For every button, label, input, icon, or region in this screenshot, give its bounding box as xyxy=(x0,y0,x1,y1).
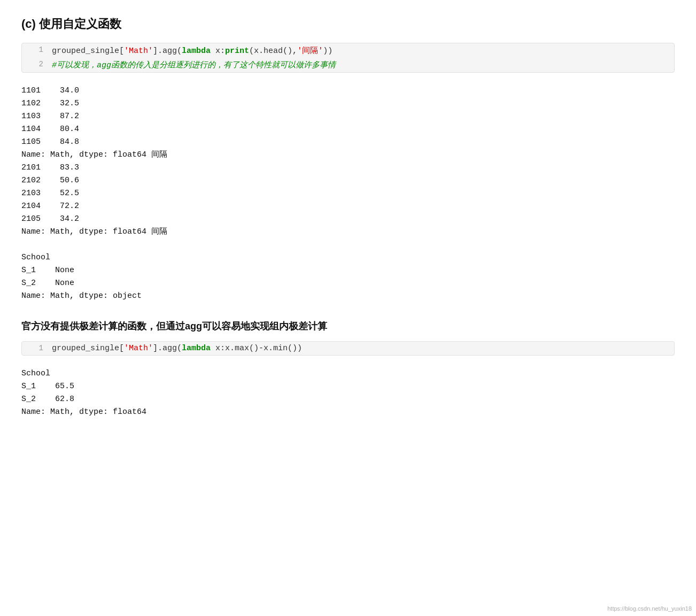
output-block-1: 1101 34.0 1102 32.5 1103 87.2 1104 80.4 … xyxy=(21,82,675,305)
section-desc-2: 官方没有提供极差计算的函数，但通过agg可以容易地实现组内极差计算 xyxy=(21,320,675,333)
line-number-2: 2 xyxy=(28,60,43,68)
line-number-1: 1 xyxy=(28,45,43,54)
code-string-jiange: '间隔' xyxy=(297,47,323,56)
line-number-3: 1 xyxy=(28,344,43,352)
code-kw-lambda-1: lambda xyxy=(182,47,211,56)
code-line-1: 1 grouped_single['Math'].agg(lambda x:pr… xyxy=(22,43,674,58)
code-plain: x:x.max()-x.min()) xyxy=(211,344,302,353)
code-plain: grouped_single[ xyxy=(52,344,124,353)
code-plain: ].agg( xyxy=(153,47,182,56)
code-text-1: grouped_single['Math'].agg(lambda x:prin… xyxy=(52,45,332,56)
code-comment-1: #可以发现，agg函数的传入是分组逐列进行的，有了这个特性就可以做许多事情 xyxy=(52,60,336,70)
code-string-math-2: 'Math' xyxy=(124,344,153,353)
code-block-2: 1 grouped_single['Math'].agg(lambda x:x.… xyxy=(21,341,675,356)
code-text-2: grouped_single['Math'].agg(lambda x:x.ma… xyxy=(52,344,302,353)
code-line-2: 2 #可以发现，agg函数的传入是分组逐列进行的，有了这个特性就可以做许多事情 xyxy=(22,58,674,72)
code-kw-print: print xyxy=(225,47,249,56)
code-block-1: 1 grouped_single['Math'].agg(lambda x:pr… xyxy=(21,43,675,73)
code-plain: ].agg( xyxy=(153,344,182,353)
code-plain: (x.head(), xyxy=(249,47,297,56)
code-string-math-1: 'Math' xyxy=(124,47,153,56)
section-c-container: (c) 使用自定义函数 1 grouped_single['Math'].agg… xyxy=(21,16,675,421)
code-plain: grouped_single[ xyxy=(52,47,124,56)
section-c-title: (c) 使用自定义函数 xyxy=(21,16,675,32)
code-plain: )) xyxy=(323,47,332,56)
code-plain: x: xyxy=(211,47,225,56)
code-line-3: 1 grouped_single['Math'].agg(lambda x:x.… xyxy=(22,342,674,355)
code-kw-lambda-2: lambda xyxy=(182,344,211,353)
output-block-2: School S_1 65.5 S_2 62.8 Name: Math, dty… xyxy=(21,365,675,421)
